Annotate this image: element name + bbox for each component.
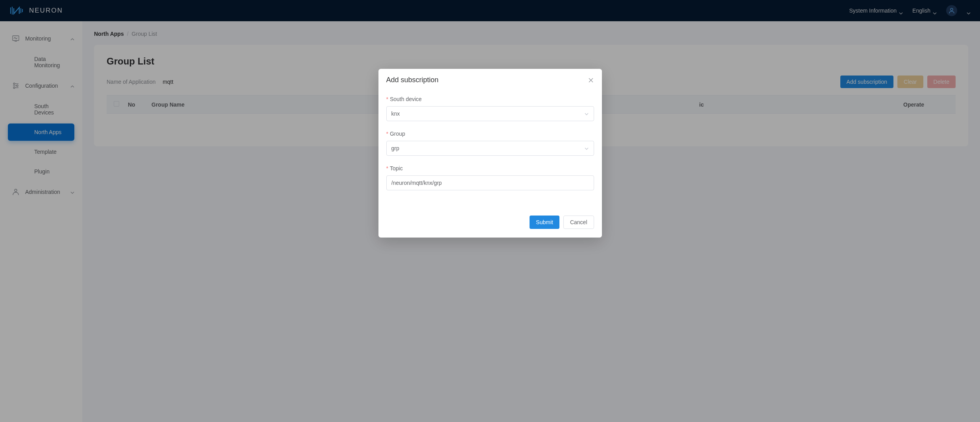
form-item-group: * Group grp (386, 131, 594, 156)
close-icon (588, 77, 594, 83)
cancel-button[interactable]: Cancel (563, 216, 594, 229)
add-subscription-modal: Add subscription * South device knx (378, 69, 602, 238)
south-device-label: South device (390, 96, 422, 102)
topic-input-wrap (386, 175, 594, 190)
required-star: * (386, 96, 388, 102)
modal-header: Add subscription (378, 69, 602, 88)
group-select[interactable]: grp (386, 141, 594, 156)
submit-button[interactable]: Submit (530, 216, 559, 229)
chevron-down-icon (584, 111, 589, 116)
modal-title: Add subscription (386, 76, 439, 84)
required-star: * (386, 131, 388, 137)
form-label-topic: * Topic (386, 165, 594, 171)
form-label-south-device: * South device (386, 96, 594, 102)
topic-label: Topic (390, 165, 403, 171)
topic-input[interactable] (391, 180, 589, 186)
modal-footer: Submit Cancel (378, 212, 602, 238)
modal-overlay: Add subscription * South device knx (0, 0, 980, 422)
south-device-value: knx (391, 111, 400, 117)
group-label: Group (390, 131, 405, 137)
form-label-group: * Group (386, 131, 594, 137)
group-value: grp (391, 145, 399, 151)
south-device-select[interactable]: knx (386, 106, 594, 121)
modal-body: * South device knx * Group grp (378, 88, 602, 212)
form-item-topic: * Topic (386, 165, 594, 190)
chevron-down-icon (584, 146, 589, 151)
modal-close-button[interactable] (588, 77, 594, 83)
required-star: * (386, 165, 388, 171)
form-item-south-device: * South device knx (386, 96, 594, 121)
